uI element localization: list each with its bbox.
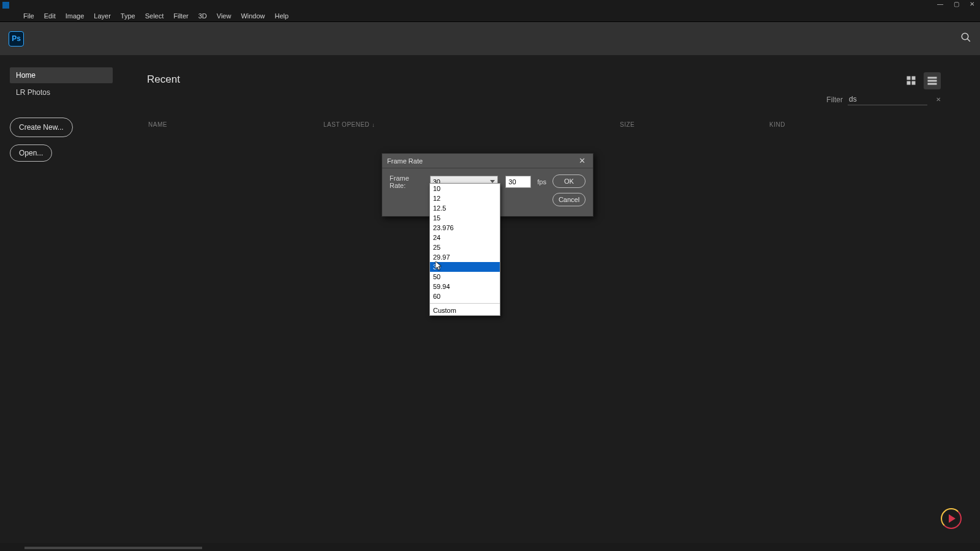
filter-row: Filter ✕ xyxy=(826,94,941,105)
frame-rate-label: Frame Rate: xyxy=(390,174,426,189)
dropdown-item-24[interactable]: 24 xyxy=(430,233,500,242)
menu-window[interactable]: Window xyxy=(236,11,270,21)
appbar: Ps xyxy=(0,21,980,55)
recent-heading: Recent xyxy=(147,73,962,86)
statusbar xyxy=(0,543,980,551)
maximize-button[interactable]: ▢ xyxy=(952,1,960,7)
svg-line-1 xyxy=(967,39,970,42)
view-toggle xyxy=(903,72,941,89)
col-last-opened-label: LAST OPENED xyxy=(323,121,369,128)
dropdown-item-59-94[interactable]: 59.94 xyxy=(430,282,500,291)
menu-3d[interactable]: 3D xyxy=(194,11,212,21)
minimize-button[interactable]: — xyxy=(936,1,944,7)
dropdown-item-30[interactable]: 30 xyxy=(430,262,500,272)
col-name[interactable]: NAME xyxy=(148,121,323,128)
svg-rect-3 xyxy=(912,77,915,80)
create-new-button[interactable]: Create New... xyxy=(10,118,73,137)
dropdown-item-60[interactable]: 60 xyxy=(430,291,500,301)
dropdown-item-50[interactable]: 50 xyxy=(430,272,500,282)
dropdown-item-15[interactable]: 15 xyxy=(430,213,500,223)
window-controls: — ▢ ✕ xyxy=(936,1,976,7)
col-kind[interactable]: KIND xyxy=(769,121,943,128)
ok-button[interactable]: OK xyxy=(552,174,586,188)
dropdown-item-23-976[interactable]: 23.976 xyxy=(430,223,500,233)
titlebar: — ▢ ✕ xyxy=(0,0,980,10)
svg-rect-6 xyxy=(928,77,937,78)
dropdown-separator xyxy=(430,303,500,304)
menu-select[interactable]: Select xyxy=(140,11,169,21)
play-icon xyxy=(949,514,956,523)
menu-filter[interactable]: Filter xyxy=(168,11,193,21)
play-overlay-button[interactable] xyxy=(941,508,962,529)
svg-rect-8 xyxy=(928,83,937,84)
sidebar-item-home[interactable]: Home xyxy=(10,67,113,83)
dropdown-item-12-5[interactable]: 12.5 xyxy=(430,203,500,213)
sidebar-item-lr-photos[interactable]: LR Photos xyxy=(10,84,113,100)
menu-layer[interactable]: Layer xyxy=(89,11,116,21)
app-icon-small xyxy=(2,2,9,9)
list-icon xyxy=(927,76,937,86)
grid-icon xyxy=(907,76,916,86)
dropdown-item-12[interactable]: 12 xyxy=(430,193,500,203)
sort-arrow-icon: ↓ xyxy=(372,122,375,128)
sidebar: Home LR Photos Create New... Open... xyxy=(0,55,123,543)
svg-rect-4 xyxy=(907,81,910,84)
column-headers: NAME LAST OPENED ↓ SIZE KIND xyxy=(148,121,943,128)
close-window-button[interactable]: ✕ xyxy=(968,1,976,7)
search-icon xyxy=(960,32,971,43)
content-area: Recent Filter ✕ NAME LAST OPENED ↓ SIZE … xyxy=(123,55,980,543)
open-button[interactable]: Open... xyxy=(10,144,52,162)
menu-image[interactable]: Image xyxy=(61,11,89,21)
frame-rate-dropdown[interactable]: 101212.51523.976242529.97305059.9460Cust… xyxy=(429,183,500,316)
menu-edit[interactable]: Edit xyxy=(39,11,61,21)
svg-point-0 xyxy=(962,33,968,40)
col-size[interactable]: SIZE xyxy=(620,121,769,128)
dialog-close-button[interactable]: ✕ xyxy=(576,156,588,165)
search-button[interactable] xyxy=(960,32,971,45)
frame-rate-input[interactable] xyxy=(505,176,531,188)
dialog-buttons: OK Cancel xyxy=(552,174,586,206)
filter-input[interactable] xyxy=(848,94,927,105)
dropdown-item-25[interactable]: 25 xyxy=(430,242,500,252)
cancel-button[interactable]: Cancel xyxy=(552,193,586,206)
status-segment xyxy=(24,547,202,549)
filter-label: Filter xyxy=(826,96,843,104)
svg-rect-7 xyxy=(928,80,937,81)
menu-file[interactable]: File xyxy=(18,11,39,21)
svg-rect-5 xyxy=(912,81,915,84)
dialog-title-text: Frame Rate xyxy=(387,157,423,165)
menubar: File Edit Image Layer Type Select Filter… xyxy=(0,10,980,21)
menu-view[interactable]: View xyxy=(212,11,236,21)
menu-help[interactable]: Help xyxy=(270,11,294,21)
filter-clear-button[interactable]: ✕ xyxy=(936,96,941,103)
dialog-titlebar[interactable]: Frame Rate ✕ xyxy=(382,154,593,168)
menu-type[interactable]: Type xyxy=(116,11,140,21)
ps-logo-icon[interactable]: Ps xyxy=(9,31,24,47)
grid-view-button[interactable] xyxy=(903,72,920,89)
list-view-button[interactable] xyxy=(924,72,941,89)
dropdown-item-custom[interactable]: Custom xyxy=(430,305,500,315)
dropdown-item-10[interactable]: 10 xyxy=(430,184,500,193)
fps-label: fps xyxy=(537,178,546,186)
svg-rect-2 xyxy=(907,77,910,80)
col-last-opened[interactable]: LAST OPENED ↓ xyxy=(323,121,620,128)
dropdown-item-29-97[interactable]: 29.97 xyxy=(430,252,500,262)
